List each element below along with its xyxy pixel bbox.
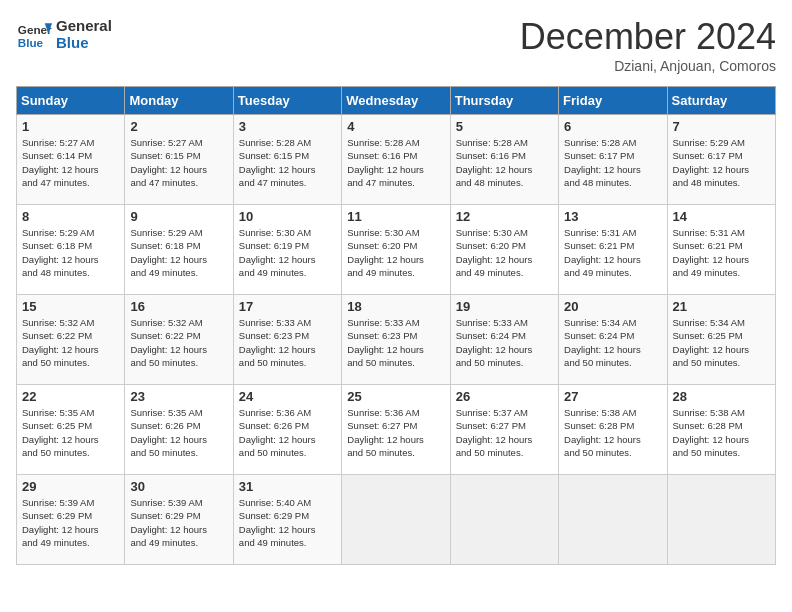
day-info: Sunrise: 5:28 AMSunset: 6:17 PMDaylight:… (564, 136, 661, 189)
day-cell: 1Sunrise: 5:27 AMSunset: 6:14 PMDaylight… (17, 115, 125, 205)
day-info: Sunrise: 5:37 AMSunset: 6:27 PMDaylight:… (456, 406, 553, 459)
day-info: Sunrise: 5:28 AMSunset: 6:15 PMDaylight:… (239, 136, 336, 189)
day-number: 20 (564, 299, 661, 314)
svg-text:Blue: Blue (18, 36, 44, 49)
day-number: 25 (347, 389, 444, 404)
day-info: Sunrise: 5:33 AMSunset: 6:23 PMDaylight:… (347, 316, 444, 369)
day-cell (667, 475, 775, 565)
day-number: 23 (130, 389, 227, 404)
day-info: Sunrise: 5:38 AMSunset: 6:28 PMDaylight:… (673, 406, 770, 459)
day-cell: 4Sunrise: 5:28 AMSunset: 6:16 PMDaylight… (342, 115, 450, 205)
day-cell: 14Sunrise: 5:31 AMSunset: 6:21 PMDayligh… (667, 205, 775, 295)
day-number: 8 (22, 209, 119, 224)
header-cell-thursday: Thursday (450, 87, 558, 115)
week-row-5: 29Sunrise: 5:39 AMSunset: 6:29 PMDayligh… (17, 475, 776, 565)
day-number: 11 (347, 209, 444, 224)
day-info: Sunrise: 5:29 AMSunset: 6:18 PMDaylight:… (130, 226, 227, 279)
day-info: Sunrise: 5:30 AMSunset: 6:20 PMDaylight:… (456, 226, 553, 279)
day-cell: 22Sunrise: 5:35 AMSunset: 6:25 PMDayligh… (17, 385, 125, 475)
calendar-table: SundayMondayTuesdayWednesdayThursdayFrid… (16, 86, 776, 565)
page-header: General Blue General Blue December 2024 … (16, 16, 776, 74)
day-cell (450, 475, 558, 565)
logo-line2: Blue (56, 34, 112, 51)
day-cell: 19Sunrise: 5:33 AMSunset: 6:24 PMDayligh… (450, 295, 558, 385)
day-info: Sunrise: 5:28 AMSunset: 6:16 PMDaylight:… (347, 136, 444, 189)
day-info: Sunrise: 5:39 AMSunset: 6:29 PMDaylight:… (22, 496, 119, 549)
day-number: 21 (673, 299, 770, 314)
day-info: Sunrise: 5:36 AMSunset: 6:27 PMDaylight:… (347, 406, 444, 459)
day-number: 9 (130, 209, 227, 224)
subtitle: Dziani, Anjouan, Comoros (520, 58, 776, 74)
day-cell (559, 475, 667, 565)
day-info: Sunrise: 5:34 AMSunset: 6:24 PMDaylight:… (564, 316, 661, 369)
header-cell-wednesday: Wednesday (342, 87, 450, 115)
day-number: 10 (239, 209, 336, 224)
day-info: Sunrise: 5:30 AMSunset: 6:20 PMDaylight:… (347, 226, 444, 279)
day-number: 27 (564, 389, 661, 404)
day-number: 4 (347, 119, 444, 134)
day-info: Sunrise: 5:35 AMSunset: 6:25 PMDaylight:… (22, 406, 119, 459)
header-cell-saturday: Saturday (667, 87, 775, 115)
day-cell: 9Sunrise: 5:29 AMSunset: 6:18 PMDaylight… (125, 205, 233, 295)
day-number: 29 (22, 479, 119, 494)
day-cell: 7Sunrise: 5:29 AMSunset: 6:17 PMDaylight… (667, 115, 775, 205)
day-cell: 31Sunrise: 5:40 AMSunset: 6:29 PMDayligh… (233, 475, 341, 565)
day-info: Sunrise: 5:27 AMSunset: 6:15 PMDaylight:… (130, 136, 227, 189)
day-info: Sunrise: 5:32 AMSunset: 6:22 PMDaylight:… (22, 316, 119, 369)
logo-line1: General (56, 17, 112, 34)
day-info: Sunrise: 5:30 AMSunset: 6:19 PMDaylight:… (239, 226, 336, 279)
day-cell: 12Sunrise: 5:30 AMSunset: 6:20 PMDayligh… (450, 205, 558, 295)
logo: General Blue General Blue (16, 16, 112, 52)
day-cell: 21Sunrise: 5:34 AMSunset: 6:25 PMDayligh… (667, 295, 775, 385)
header-cell-monday: Monday (125, 87, 233, 115)
day-number: 22 (22, 389, 119, 404)
day-number: 2 (130, 119, 227, 134)
day-info: Sunrise: 5:39 AMSunset: 6:29 PMDaylight:… (130, 496, 227, 549)
day-info: Sunrise: 5:36 AMSunset: 6:26 PMDaylight:… (239, 406, 336, 459)
day-cell: 5Sunrise: 5:28 AMSunset: 6:16 PMDaylight… (450, 115, 558, 205)
day-info: Sunrise: 5:28 AMSunset: 6:16 PMDaylight:… (456, 136, 553, 189)
day-number: 17 (239, 299, 336, 314)
day-cell: 28Sunrise: 5:38 AMSunset: 6:28 PMDayligh… (667, 385, 775, 475)
day-number: 6 (564, 119, 661, 134)
day-cell: 8Sunrise: 5:29 AMSunset: 6:18 PMDaylight… (17, 205, 125, 295)
day-info: Sunrise: 5:29 AMSunset: 6:18 PMDaylight:… (22, 226, 119, 279)
day-info: Sunrise: 5:32 AMSunset: 6:22 PMDaylight:… (130, 316, 227, 369)
day-number: 31 (239, 479, 336, 494)
day-cell: 25Sunrise: 5:36 AMSunset: 6:27 PMDayligh… (342, 385, 450, 475)
header-cell-sunday: Sunday (17, 87, 125, 115)
day-info: Sunrise: 5:33 AMSunset: 6:23 PMDaylight:… (239, 316, 336, 369)
day-cell: 23Sunrise: 5:35 AMSunset: 6:26 PMDayligh… (125, 385, 233, 475)
day-number: 1 (22, 119, 119, 134)
header-cell-friday: Friday (559, 87, 667, 115)
week-row-4: 22Sunrise: 5:35 AMSunset: 6:25 PMDayligh… (17, 385, 776, 475)
calendar-body: 1Sunrise: 5:27 AMSunset: 6:14 PMDaylight… (17, 115, 776, 565)
day-cell: 6Sunrise: 5:28 AMSunset: 6:17 PMDaylight… (559, 115, 667, 205)
day-number: 24 (239, 389, 336, 404)
day-number: 5 (456, 119, 553, 134)
day-info: Sunrise: 5:31 AMSunset: 6:21 PMDaylight:… (564, 226, 661, 279)
day-cell: 10Sunrise: 5:30 AMSunset: 6:19 PMDayligh… (233, 205, 341, 295)
day-cell (342, 475, 450, 565)
header-cell-tuesday: Tuesday (233, 87, 341, 115)
day-number: 16 (130, 299, 227, 314)
week-row-2: 8Sunrise: 5:29 AMSunset: 6:18 PMDaylight… (17, 205, 776, 295)
day-number: 7 (673, 119, 770, 134)
day-cell: 2Sunrise: 5:27 AMSunset: 6:15 PMDaylight… (125, 115, 233, 205)
day-cell: 26Sunrise: 5:37 AMSunset: 6:27 PMDayligh… (450, 385, 558, 475)
week-row-1: 1Sunrise: 5:27 AMSunset: 6:14 PMDaylight… (17, 115, 776, 205)
day-info: Sunrise: 5:31 AMSunset: 6:21 PMDaylight:… (673, 226, 770, 279)
day-info: Sunrise: 5:35 AMSunset: 6:26 PMDaylight:… (130, 406, 227, 459)
day-cell: 30Sunrise: 5:39 AMSunset: 6:29 PMDayligh… (125, 475, 233, 565)
day-info: Sunrise: 5:27 AMSunset: 6:14 PMDaylight:… (22, 136, 119, 189)
day-number: 18 (347, 299, 444, 314)
day-number: 15 (22, 299, 119, 314)
week-row-3: 15Sunrise: 5:32 AMSunset: 6:22 PMDayligh… (17, 295, 776, 385)
day-cell: 13Sunrise: 5:31 AMSunset: 6:21 PMDayligh… (559, 205, 667, 295)
day-cell: 18Sunrise: 5:33 AMSunset: 6:23 PMDayligh… (342, 295, 450, 385)
day-number: 26 (456, 389, 553, 404)
day-number: 19 (456, 299, 553, 314)
day-cell: 11Sunrise: 5:30 AMSunset: 6:20 PMDayligh… (342, 205, 450, 295)
day-cell: 20Sunrise: 5:34 AMSunset: 6:24 PMDayligh… (559, 295, 667, 385)
day-number: 14 (673, 209, 770, 224)
